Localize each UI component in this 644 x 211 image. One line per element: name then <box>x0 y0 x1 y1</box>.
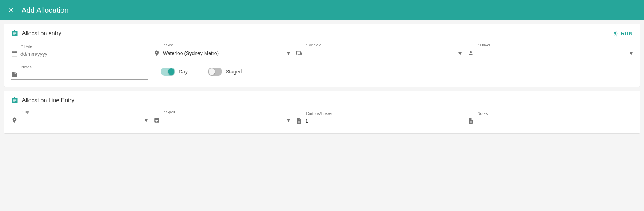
date-input[interactable] <box>20 51 148 57</box>
allocation-entry-title: Allocation entry <box>22 30 61 37</box>
person-icon <box>467 50 474 57</box>
date-field: * Date <box>11 44 148 59</box>
line-notes-input[interactable] <box>477 118 633 124</box>
form-row-1: * Date * Site Waterloo (Sydney Metro) ▾ <box>11 43 633 59</box>
spoil-field: * Spoil ▾ <box>154 110 290 126</box>
staged-toggle-label: Staged <box>226 69 242 75</box>
run-label: RUN <box>621 31 633 36</box>
line-notes-field: Notes <box>467 111 633 126</box>
line-notes-icon <box>467 118 474 124</box>
close-button[interactable] <box>6 5 16 15</box>
vehicle-label: * Vehicle <box>306 43 321 47</box>
tip-icon <box>11 117 18 124</box>
assignment-icon <box>11 30 18 37</box>
driver-dropdown-arrow: ▾ <box>630 49 633 57</box>
day-toggle-group: Day <box>161 68 188 77</box>
line-card-header-left: Allocation Line Entry <box>11 97 74 104</box>
allocation-entry-card: Allocation entry RUN * Date * Site <box>4 24 640 87</box>
site-icon <box>154 50 160 57</box>
date-label: * Date <box>21 44 32 49</box>
driver-select[interactable] <box>477 50 627 56</box>
tip-field: * Tip ▾ <box>11 110 148 126</box>
spoil-dropdown-arrow: ▾ <box>287 116 290 124</box>
cartons-icon <box>296 118 302 124</box>
line-form-row: * Tip ▾ * Spoil ▾ <box>11 110 633 126</box>
card-header: Allocation entry RUN <box>11 30 633 37</box>
staged-toggle-group: Staged <box>208 68 242 77</box>
vehicle-dropdown-arrow: ▾ <box>458 49 462 57</box>
spoil-label: * Spoil <box>164 110 175 114</box>
notes-icon <box>11 71 18 78</box>
site-dropdown-arrow: ▾ <box>287 49 290 57</box>
dialog-title: Add Allocation <box>22 6 69 14</box>
notes-field: Notes <box>11 65 148 80</box>
tip-dropdown-arrow: ▾ <box>145 116 148 124</box>
run-button[interactable]: RUN <box>612 30 633 37</box>
site-label: * Site <box>164 43 173 47</box>
tip-label: * Tip <box>21 110 29 114</box>
form-row-2: Notes Day Staged <box>11 65 633 80</box>
day-toggle-label: Day <box>179 69 188 75</box>
allocation-line-title: Allocation Line Entry <box>22 97 74 104</box>
tip-select[interactable] <box>20 117 142 123</box>
header: Add Allocation <box>0 0 644 20</box>
line-notes-label: Notes <box>478 111 488 116</box>
spoil-select[interactable] <box>163 117 284 123</box>
calendar-icon <box>11 51 18 57</box>
site-select[interactable]: Waterloo (Sydney Metro) <box>163 50 284 56</box>
cartons-label: Cartons/Boxes <box>306 111 332 116</box>
notes-input[interactable] <box>20 72 148 77</box>
cartons-input[interactable]: 1 <box>305 118 462 124</box>
line-card-header: Allocation Line Entry <box>11 97 633 104</box>
assignment-line-icon <box>11 97 18 104</box>
driver-field: * Driver ▾ <box>467 43 633 59</box>
truck-icon <box>296 50 302 57</box>
card-header-left: Allocation entry <box>11 30 61 37</box>
day-toggle[interactable] <box>161 68 175 76</box>
vehicle-select[interactable] <box>305 50 456 56</box>
staged-toggle[interactable] <box>208 68 222 76</box>
notes-label: Notes <box>21 65 32 69</box>
vehicle-field: * Vehicle ▾ <box>296 43 462 59</box>
allocation-line-entry-card: Allocation Line Entry * Tip ▾ * Spoil <box>4 91 640 134</box>
cartons-field: Cartons/Boxes 1 <box>296 111 462 126</box>
site-field: * Site Waterloo (Sydney Metro) ▾ <box>154 43 290 59</box>
spoil-icon <box>154 117 160 124</box>
driver-label: * Driver <box>478 43 491 47</box>
